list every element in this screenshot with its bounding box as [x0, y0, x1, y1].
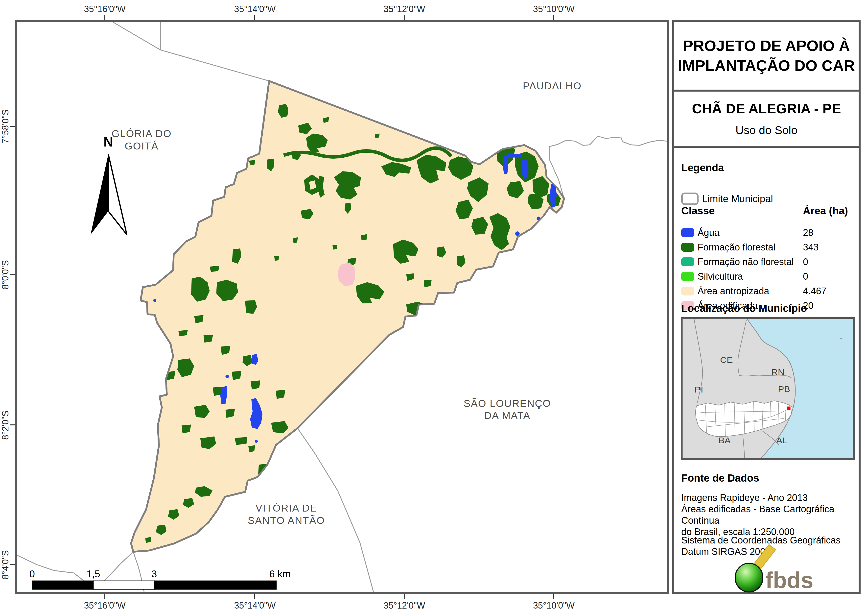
legend-swatch	[681, 287, 694, 295]
scalebar-label: 3	[151, 569, 157, 579]
fonte-line: Imagens Rapideye - Ano 2013	[681, 492, 854, 504]
state-label-pb: PB	[778, 384, 790, 394]
fonte-line: Áreas edificadas - Base Cartográfica Con…	[681, 504, 854, 526]
logo-green-sphere	[735, 563, 763, 592]
state-label-rn: RN	[771, 367, 784, 377]
neighbor-municipality-label: PAUDALHO	[523, 80, 582, 92]
legend-swatch	[681, 257, 694, 266]
longitude-label: 35°14'0"W	[232, 600, 277, 611]
longitude-tick	[553, 15, 554, 20]
state-label-pi: PI	[694, 385, 703, 395]
latitude-label: 8°4'0"S	[0, 542, 11, 587]
municipality-name: CHÃ DE ALEGRIA - PE	[692, 101, 841, 117]
longitude-label: 35°14'0"W	[232, 4, 277, 14]
latitude-label: 8°0'0"S	[0, 252, 11, 297]
legend-row: Água 28	[681, 227, 719, 239]
scalebar-label: 1,5	[86, 569, 100, 579]
legend-class-name: Água	[698, 227, 719, 238]
legend-swatch	[681, 272, 694, 281]
neighbor-municipality-label: GLÓRIA DOGOITÁ	[112, 128, 172, 152]
logo-text: fbds	[765, 567, 813, 592]
locator-heading: Localização do Município	[681, 302, 807, 314]
latitude-label: 7°58'0"S	[0, 104, 11, 149]
fonte-lines-1: Imagens Rapideye - Ano 2013Áreas edifica…	[681, 492, 854, 538]
longitude-label: 35°16'0"W	[83, 4, 127, 14]
limite-municipal-label: Limite Municipal	[702, 193, 773, 204]
longitude-label: 35°16'0"W	[83, 600, 127, 611]
municipality-marker	[787, 407, 790, 410]
map-frame: N PAUDALHOGLÓRIA DOGOITÁSÃO LOURENÇODA M…	[15, 20, 669, 594]
legend-class-name: Área antropizada	[698, 286, 769, 297]
limite-municipal-swatch	[681, 193, 699, 205]
longitude-label: 35°12'0"W	[382, 600, 427, 611]
project-title-box: PROJETO DE APOIO À IMPLANTAÇÃO DO CAR	[674, 22, 859, 92]
longitude-tick	[254, 594, 255, 599]
legend-class-name: Formação não florestal	[698, 256, 794, 267]
longitude-tick	[254, 15, 255, 20]
legend-area-value: 0	[803, 271, 808, 282]
neighbor-municipality-label: SÃO LOURENÇODA MATA	[463, 398, 551, 421]
fonte-heading: Fonte de Dados	[681, 472, 759, 484]
longitude-label: 35°10'0"W	[532, 4, 576, 14]
legend-row: Área antropizada 4.467	[681, 285, 769, 297]
map-document: N PAUDALHOGLÓRIA DOGOITÁSÃO LOURENÇODA M…	[0, 0, 868, 614]
longitude-tick	[104, 15, 105, 20]
legend-heading: Legenda	[681, 162, 724, 174]
locator-map-svg: CERNPIPBBAAL	[682, 319, 853, 459]
longitude-tick	[404, 594, 405, 599]
scalebar-label: 0	[29, 569, 35, 579]
legend-area-value: 28	[803, 227, 813, 238]
land-use-map: N PAUDALHOGLÓRIA DOGOITÁSÃO LOURENÇODA M…	[17, 22, 667, 592]
legend-class-name: Silvicultura	[698, 271, 743, 282]
latitude-label: 8°2'0"S	[0, 403, 11, 448]
legend-area-value: 4.467	[803, 286, 826, 297]
longitude-tick	[553, 594, 554, 599]
map-subtitle-box: CHÃ DE ALEGRIA - PE Uso do Solo	[674, 92, 859, 148]
legend-area-value: 0	[803, 256, 808, 267]
legend-col-area: Área (ha)	[803, 205, 848, 217]
longitude-label: 35°10'0"W	[532, 600, 576, 611]
legend-col-class: Classe	[681, 205, 715, 217]
project-title-line2: IMPLANTAÇÃO DO CAR	[678, 56, 855, 76]
legend-row: Silvicultura 0	[681, 270, 743, 282]
state-label-ce: CE	[720, 355, 733, 365]
longitude-tick	[104, 594, 105, 599]
locator-map: CERNPIPBBAAL	[681, 317, 855, 460]
longitude-label: 35°12'0"W	[382, 4, 427, 14]
longitude-tick	[404, 15, 405, 20]
legend-area-value: 343	[803, 242, 818, 253]
legend-swatch	[681, 228, 694, 237]
legend-row: Formação não florestal 0	[681, 256, 794, 268]
fbds-logo: fbds	[709, 543, 828, 592]
scalebar-label: 6 km	[270, 569, 291, 579]
north-arrow-icon: N	[90, 134, 127, 235]
project-title-line1: PROJETO DE APOIO À	[683, 36, 850, 56]
legend-row: Formação florestal 343	[681, 241, 775, 253]
legend-swatch	[681, 243, 694, 252]
state-label-ba: BA	[718, 436, 731, 445]
legend-limite-row: Limite Municipal	[681, 193, 773, 205]
neighbor-municipality-label: VITÓRIA DESANTO ANTÃO	[248, 502, 325, 526]
legend-class-name: Formação florestal	[698, 242, 775, 253]
state-label-al: AL	[776, 436, 787, 445]
map-type-label: Uso do Solo	[735, 123, 798, 137]
map-layout-panel: PROJETO DE APOIO À IMPLANTAÇÃO DO CAR CH…	[672, 20, 860, 594]
scale-bar: 01,536 km	[29, 569, 291, 589]
